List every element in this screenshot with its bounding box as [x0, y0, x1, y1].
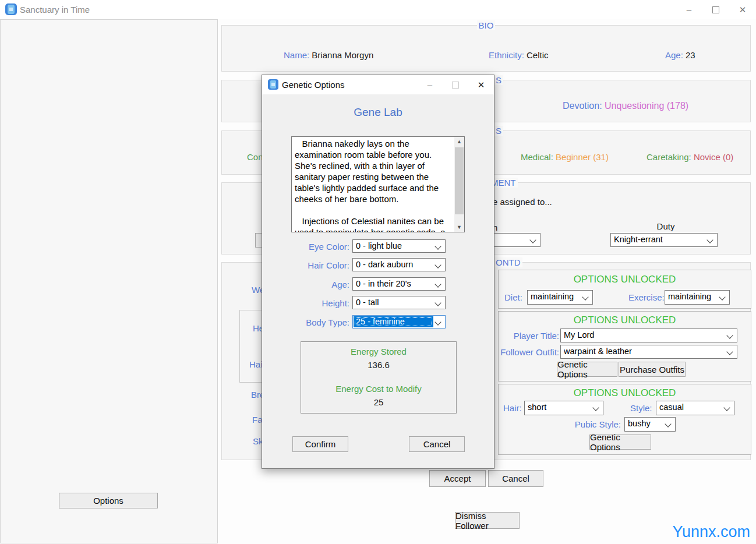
bio-legend: BIO [477, 20, 496, 30]
options-unlocked-title: OPTIONS UNLOCKED [499, 274, 751, 285]
purchase-outfits-button[interactable]: Purchase Outfits [619, 362, 686, 377]
description-textbox[interactable]: Brianna nakedly lays on the examination … [291, 136, 465, 232]
hair-label: Hair: [503, 403, 522, 413]
genetic-options-dialog: Genetic Options – ✕ Gene Lab Brianna nak… [262, 75, 494, 469]
dialog-minimize-button[interactable]: – [417, 75, 443, 94]
duty-label: Duty [645, 221, 686, 231]
skills-legend-fragment: S [494, 126, 503, 136]
caretaking-skill: Caretaking: Novice (0) [647, 152, 733, 162]
genetic-options-button[interactable]: Genetic Options [589, 435, 651, 450]
chevron-down-icon [706, 236, 713, 243]
scrollbar[interactable]: ▲ ▼ [454, 137, 464, 232]
options-button[interactable]: Options [59, 493, 158, 508]
chevron-down-icon [723, 404, 730, 411]
dialog-maximize-button[interactable] [443, 75, 468, 94]
exercise-dropdown[interactable]: maintaining [665, 290, 730, 305]
diet-label: Diet: [504, 292, 522, 302]
description-text: Brianna nakedly lays on the examination … [295, 138, 453, 232]
scroll-thumb[interactable] [455, 147, 464, 214]
player-title-dropdown[interactable]: My Lord [560, 328, 737, 342]
main-titlebar: Sanctuary in Time – ✕ [0, 0, 756, 19]
gene-lab-heading: Gene Lab [262, 106, 494, 119]
confirm-button[interactable]: Confirm [292, 436, 348, 452]
window-title: Sanctuary in Time [20, 5, 90, 15]
devotion-stat: Devotion: Unquestioning (178) [563, 101, 688, 111]
body-type-dropdown[interactable]: 25 - feminine [352, 315, 446, 328]
age-label: Age: [262, 280, 349, 289]
dialog-title: Genetic Options [282, 80, 345, 90]
chevron-down-icon [719, 294, 725, 300]
minimize-button[interactable]: – [676, 0, 702, 19]
stats-legend-fragment: S [494, 75, 503, 85]
application-window: Sanctuary in Time – ✕ Options BIO Name: … [0, 0, 756, 544]
style-dropdown[interactable]: casual [656, 401, 734, 415]
accept-button[interactable]: Accept [429, 470, 486, 487]
height-label: Height: [262, 298, 349, 308]
chevron-down-icon [434, 319, 441, 325]
dismiss-follower-button[interactable]: Dismiss Follower [455, 512, 520, 529]
pubic-style-label: Pubic Style: [534, 419, 621, 429]
maximize-icon [452, 82, 459, 89]
duty-dropdown[interactable]: Knight-errant [610, 233, 718, 247]
energy-stored-value: 136.6 [301, 360, 456, 370]
outfit-section: OPTIONS UNLOCKED Player Title: My Lord F… [498, 311, 751, 381]
exercise-label: Exercise: [628, 292, 665, 302]
body-type-label: Body Type: [262, 317, 349, 327]
chevron-down-icon [592, 404, 599, 411]
dialog-close-button[interactable]: ✕ [468, 75, 494, 94]
bio-ethnicity: Ethnicity: Celtic [489, 50, 549, 60]
left-fragment-hai: Hai [249, 359, 263, 369]
chevron-down-icon [726, 348, 733, 355]
dialog-icon [268, 79, 278, 90]
hair-color-label: Hair Color: [262, 260, 349, 270]
diet-exercise-section: OPTIONS UNLOCKED Diet: maintaining Exerc… [498, 270, 751, 309]
energy-box: Energy Stored 136.6 Energy Cost to Modif… [301, 341, 457, 414]
options-unlocked-title: OPTIONS UNLOCKED [499, 315, 751, 326]
contd-legend-fragment: ONTD [494, 257, 522, 267]
chevron-down-icon [529, 236, 536, 243]
medical-skill: Medical: Beginner (31) [521, 152, 609, 162]
chevron-down-icon [434, 281, 441, 287]
assigned-to-text: e assigned to... [493, 197, 552, 207]
eye-color-label: Eye Color: [262, 242, 349, 252]
maximize-icon [712, 6, 719, 13]
options-unlocked-title: OPTIONS UNLOCKED [499, 387, 751, 399]
energy-cost-label: Energy Cost to Modify [301, 384, 456, 394]
dialog-titlebar: Genetic Options – ✕ [262, 75, 494, 94]
chevron-down-icon [434, 243, 441, 249]
left-fragment-fa: Fa [252, 415, 263, 425]
style-label: Style: [630, 403, 652, 413]
bio-name: Name: Brianna Morgyn [284, 50, 373, 60]
maximize-button[interactable] [702, 0, 729, 19]
bio-age: Age: 23 [665, 50, 695, 60]
scroll-up-icon[interactable]: ▲ [454, 137, 464, 146]
chevron-down-icon [434, 299, 441, 306]
diet-dropdown[interactable]: maintaining [527, 290, 593, 305]
age-dropdown[interactable]: 0 - in their 20's [352, 277, 446, 291]
chevron-down-icon [726, 332, 733, 338]
bio-groupbox: BIO Name: Brianna Morgyn Ethnicity: Celt… [221, 25, 751, 72]
energy-cost-value: 25 [301, 397, 456, 407]
hair-style-section: OPTIONS UNLOCKED Hair: short Style: casu… [498, 384, 751, 455]
scroll-down-icon[interactable]: ▼ [454, 222, 464, 232]
chevron-down-icon [582, 294, 588, 300]
chevron-down-icon [665, 421, 671, 427]
follower-outfit-label: Follower Outfit: [500, 347, 559, 357]
pubic-style-dropdown[interactable]: bushy [624, 417, 676, 432]
height-dropdown[interactable]: 0 - tall [352, 296, 446, 309]
close-button[interactable]: ✕ [729, 0, 756, 19]
genetic-options-button[interactable]: Genetic Options [557, 362, 617, 377]
hair-dropdown[interactable]: short [524, 401, 603, 415]
hair-color-dropdown[interactable]: 0 - dark auburn [352, 258, 446, 271]
eye-color-dropdown[interactable]: 0 - light blue [352, 239, 446, 253]
left-panel [0, 19, 218, 543]
follower-outfit-dropdown[interactable]: warpaint & leather [560, 345, 737, 359]
modal-cancel-button[interactable]: Cancel [409, 436, 465, 452]
app-icon [5, 3, 17, 15]
player-title-label: Player Title: [509, 331, 559, 341]
watermark: Yunnx.com [672, 523, 750, 541]
chevron-down-icon [434, 262, 441, 268]
energy-stored-label: Energy Stored [301, 347, 456, 356]
cancel-button[interactable]: Cancel [488, 470, 543, 487]
